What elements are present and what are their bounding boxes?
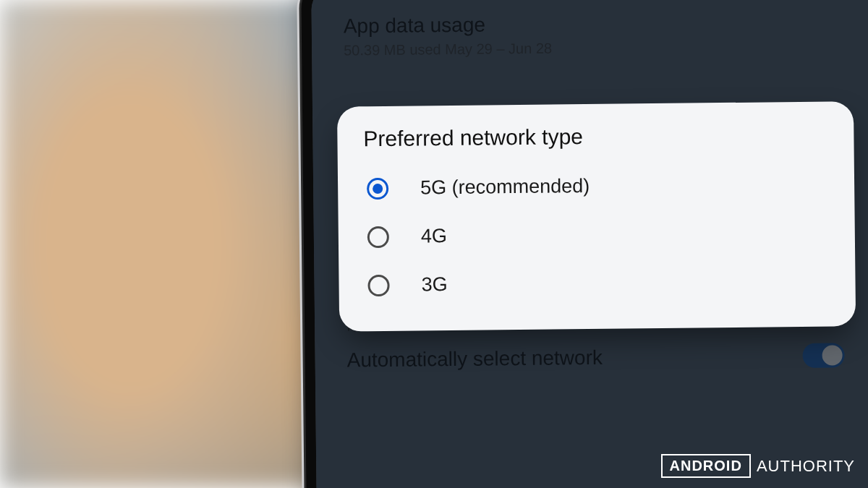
preferred-network-dialog: Preferred network type 5G (recommended) …: [337, 101, 856, 331]
app-data-usage-subtitle: 50.39 MB used May 29 – Jun 28: [344, 37, 841, 59]
setting-app-data-usage[interactable]: App data usage 50.39 MB used May 29 – Ju…: [343, 0, 841, 59]
radio-icon: [367, 177, 388, 199]
phone-frame: Connect to data services when roaming Ap…: [301, 0, 868, 488]
radio-label: 3G: [421, 273, 447, 296]
radio-icon: [367, 226, 389, 247]
radio-option-4g[interactable]: 4G: [365, 208, 830, 262]
auto-select-label: Automatically select network: [346, 346, 603, 372]
phone-screen: Connect to data services when roaming Ap…: [311, 0, 868, 488]
watermark-plain: AUTHORITY: [757, 457, 855, 476]
radio-option-5g[interactable]: 5G (recommended): [364, 160, 829, 213]
radio-option-3g[interactable]: 3G: [365, 257, 830, 310]
setting-auto-select-network[interactable]: Automatically select network: [346, 343, 844, 372]
app-data-usage-title: App data usage: [344, 9, 841, 38]
radio-label: 5G (recommended): [420, 175, 590, 199]
radio-label: 4G: [421, 225, 447, 247]
radio-icon: [367, 274, 389, 296]
watermark-boxed: ANDROID: [661, 454, 751, 478]
dialog-title: Preferred network type: [363, 122, 827, 152]
watermark: ANDROID AUTHORITY: [661, 454, 855, 478]
auto-select-toggle[interactable]: [802, 343, 844, 368]
